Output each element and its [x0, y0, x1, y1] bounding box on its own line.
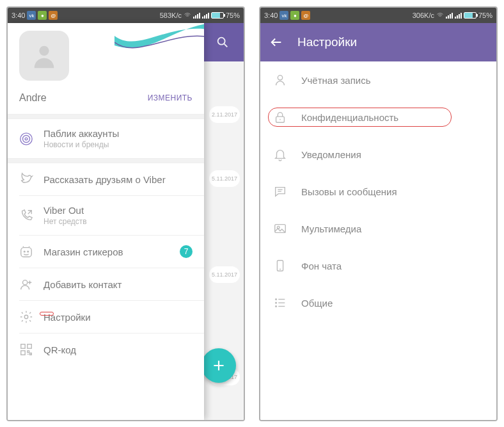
svg-point-12 [24, 315, 28, 319]
svg-point-17 [278, 76, 282, 80]
settings-item-label: Конфиденциальность [301, 112, 398, 123]
bell-icon [273, 147, 287, 161]
status-time: 3:40 [264, 12, 278, 19]
settings-item-account[interactable]: Учётная запись [260, 61, 496, 99]
drawer-item-add-contact[interactable]: Добавить контакт [8, 268, 204, 300]
status-speed: 583K/c [160, 12, 182, 19]
edit-profile-button[interactable]: ИЗМЕНИТЬ [148, 93, 193, 102]
drawer-item-sub: Нет средств [43, 217, 193, 226]
vk-icon: vk [280, 11, 288, 20]
status-speed: 306K/c [413, 12, 434, 19]
drawer-item-public-accounts[interactable]: Паблик аккаунты Новости и бренды [8, 119, 204, 158]
signal-icon-2 [202, 13, 209, 19]
chat-icon [273, 184, 287, 198]
back-icon[interactable] [269, 35, 283, 49]
svg-point-4 [39, 46, 49, 56]
compose-fab[interactable] [201, 348, 236, 383]
svg-rect-13 [21, 344, 25, 348]
settings-item-notifications[interactable]: Уведомления [260, 136, 496, 173]
appbar-title: Настройки [297, 35, 357, 49]
public-accounts-icon [19, 132, 33, 146]
drawer-item-tell-friends[interactable]: Рассказать друзьям о Viber [8, 163, 204, 195]
swoosh-decoration [114, 23, 204, 68]
svg-point-6 [23, 135, 30, 142]
statusbar: 3:40 vk ● @ 306K/c 75% [260, 8, 496, 23]
right-screenshot: 3:40 vk ● @ 306K/c 75% Настройки Учётная… [259, 6, 498, 421]
drawer-item-label: Магазин стикеров [43, 246, 169, 257]
signal-icon [446, 13, 453, 19]
svg-point-28 [276, 302, 277, 303]
status-indicator-icon: ● [38, 11, 47, 20]
drawer-item-label: Рассказать друзьям о Viber [43, 174, 193, 185]
list-icon [273, 296, 287, 310]
settings-item-label: Учётная запись [301, 75, 371, 86]
battery-icon [211, 12, 224, 19]
battery-icon [464, 12, 476, 19]
add-contact-icon [19, 277, 33, 291]
wifi-icon [436, 12, 444, 19]
drawer-item-stickers[interactable]: Магазин стикеров 7 [8, 236, 204, 268]
status-app-icon: @ [301, 11, 310, 20]
drawer-item-sub: Новости и бренды [43, 140, 193, 149]
wifi-icon [184, 12, 191, 19]
divider [8, 158, 204, 163]
drawer-item-label: Настройки [43, 312, 91, 323]
bg-date: 5.11.2017 [209, 170, 240, 187]
lock-icon [273, 110, 287, 124]
image-icon [273, 222, 287, 236]
drawer-item-viber-out[interactable]: Viber Out Нет средств [8, 196, 204, 235]
drawer-item-label: Паблик аккаунты [43, 128, 119, 139]
drawer-item-qr[interactable]: QR-код [8, 334, 204, 366]
svg-point-5 [20, 133, 32, 144]
svg-rect-8 [21, 248, 32, 257]
svg-rect-15 [21, 351, 25, 355]
battery-pct: 75% [226, 12, 240, 19]
gear-icon [19, 310, 33, 324]
svg-point-30 [276, 306, 277, 307]
settings-item-label: Фон чата [301, 261, 342, 271]
svg-point-10 [28, 251, 29, 252]
settings-item-calls-messages[interactable]: Вызовы и сообщения [260, 173, 496, 210]
svg-rect-14 [28, 344, 31, 348]
appbar: Настройки [260, 23, 496, 61]
status-indicator-icon: ● [290, 11, 299, 20]
bg-date: 2.11.2017 [209, 106, 240, 123]
signal-icon [193, 13, 200, 19]
drawer-item-settings[interactable]: Настройки [8, 301, 204, 333]
svg-point-9 [24, 251, 25, 252]
settings-item-general[interactable]: Общие [260, 284, 496, 321]
vk-icon: vk [27, 11, 36, 20]
qr-icon [19, 342, 33, 357]
drawer-item-label: Viber Out [43, 205, 84, 216]
statusbar: 3:40 vk ● @ 583K/c 75% [8, 8, 244, 23]
profile-section: Andre ИЗМЕНИТЬ [8, 23, 204, 114]
svg-point-11 [23, 280, 28, 285]
settings-item-label: Общие [301, 298, 333, 309]
svg-point-7 [25, 138, 28, 140]
settings-item-privacy[interactable]: Конфиденциальность [260, 99, 496, 136]
user-icon [273, 73, 287, 87]
settings-item-label: Уведомления [301, 149, 361, 160]
settings-list: Учётная запись Конфиденциальность Уведом… [260, 61, 496, 420]
profile-name: Andre [19, 92, 47, 104]
phone-frame-icon [273, 259, 287, 273]
settings-item-label: Вызовы и сообщения [301, 186, 397, 197]
signal-icon-2 [455, 13, 462, 19]
bg-date: 5.11.2017 [209, 266, 240, 283]
phone-out-icon [19, 209, 33, 223]
header-bar [201, 23, 244, 61]
divider [8, 114, 204, 119]
svg-line-1 [224, 44, 228, 47]
drawer-item-label: QR-код [43, 344, 193, 355]
left-screenshot: 3:40 vk ● @ 583K/c 75% 2.11.2017 5.11.20… [6, 6, 245, 421]
search-icon[interactable] [216, 35, 230, 49]
status-time: 3:40 [12, 12, 25, 19]
svg-point-0 [218, 38, 225, 45]
status-app-icon: @ [49, 11, 58, 20]
stickers-badge: 7 [180, 245, 193, 258]
settings-item-chat-bg[interactable]: Фон чата [260, 247, 496, 284]
drawer-item-label: Добавить контакт [43, 279, 193, 290]
settings-item-multimedia[interactable]: Мультимедиа [260, 210, 496, 247]
avatar[interactable] [19, 31, 69, 81]
svg-point-26 [276, 299, 277, 300]
